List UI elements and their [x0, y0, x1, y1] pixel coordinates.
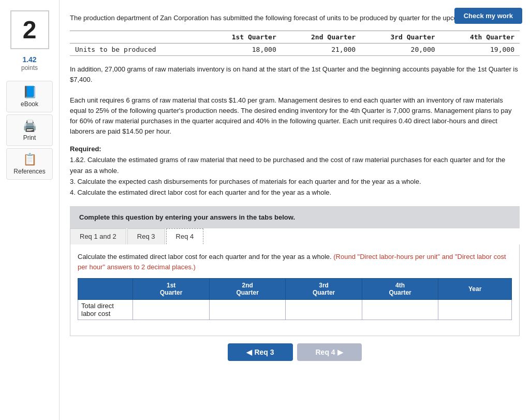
forecast-table: 1st Quarter 2nd Quarter 3rd Quarter 4th … — [70, 31, 520, 56]
col-q1: 1st Quarter — [202, 31, 281, 43]
points-value: 1.42 — [22, 55, 36, 64]
nav-forward-label: Req 4 — [316, 348, 335, 356]
labor-year-cell[interactable] — [438, 300, 512, 320]
required-item-3: 4. Calculate the estimated direct labor … — [70, 189, 331, 196]
labor-q2-cell[interactable] — [209, 300, 285, 320]
labor-row-label: Total direct labor cost — [78, 300, 133, 320]
col-q2: 2nd Quarter — [282, 31, 361, 43]
print-button[interactable]: 🖨️ Print — [6, 114, 53, 146]
labor-q4-input[interactable] — [365, 305, 435, 315]
cell-q1: 18,000 — [202, 43, 281, 55]
description-text: In addition, 27,000 grams of raw materia… — [70, 64, 520, 137]
ans-col-q4: 4th Quarter — [362, 279, 438, 300]
nav-buttons: ◀ Req 3 Req 4 ▶ — [70, 343, 520, 361]
labor-q2-input[interactable] — [213, 305, 282, 315]
tab-req1and2[interactable]: Req 1 and 2 — [70, 228, 126, 244]
col-label — [70, 31, 202, 43]
req4-instruction: Calculate the estimated direct labor cos… — [78, 252, 512, 272]
complete-box: Complete this question by entering your … — [70, 206, 520, 228]
points-label: points — [21, 64, 38, 71]
answer-row-labor: Total direct labor cost — [78, 300, 512, 320]
sidebar: 2 1.42 points 📘 eBook 🖨️ Print 📋 Referen… — [0, 0, 60, 420]
references-button[interactable]: 📋 References — [6, 148, 53, 180]
req4-instruction-main: Calculate the estimated direct labor cos… — [78, 253, 332, 260]
cell-q4: 19,000 — [440, 43, 520, 55]
req4-content: Calculate the estimated direct labor cos… — [70, 244, 520, 336]
labor-q1-input[interactable] — [136, 305, 205, 315]
nav-forward-icon: ▶ — [337, 348, 343, 356]
labor-q4-cell[interactable] — [362, 300, 438, 320]
labor-q3-cell[interactable] — [286, 300, 362, 320]
print-icon: 🖨️ — [23, 119, 37, 133]
table-row: Units to be produced 18,000 21,000 20,00… — [70, 43, 520, 55]
ebook-button[interactable]: 📘 eBook — [6, 81, 53, 112]
nav-forward-button[interactable]: Req 4 ▶ — [297, 343, 362, 361]
ans-col-q3: 3rd Quarter — [286, 279, 362, 300]
tabs-row: Req 1 and 2 Req 3 Req 4 — [70, 228, 520, 244]
cell-q3: 20,000 — [361, 43, 440, 55]
answer-table: 1st Quarter 2nd Quarter 3rd Quarter 4t — [78, 278, 512, 320]
required-section: Required: 1.&2. Calculate the estimated … — [70, 144, 520, 198]
required-item-1: 1.&2. Calculate the estimated grams of r… — [70, 156, 505, 175]
ebook-icon: 📘 — [23, 85, 37, 99]
ans-col-q2: 2nd Quarter — [209, 279, 285, 300]
required-item-2: 3. Calculate the expected cash disbursem… — [70, 178, 421, 185]
tab-req4[interactable]: Req 4 — [166, 228, 204, 244]
row-label: Units to be produced — [70, 43, 202, 55]
nav-back-label: Req 3 — [254, 348, 274, 356]
tab-req3[interactable]: Req 3 — [127, 228, 165, 244]
labor-year-input[interactable] — [441, 305, 508, 315]
col-q3: 3rd Quarter — [361, 31, 440, 43]
check-my-work-button[interactable]: Check my work — [454, 8, 522, 24]
intro-text: The production department of Zan Corpora… — [70, 13, 520, 23]
ans-col-label — [78, 279, 133, 300]
references-label: References — [13, 168, 45, 175]
required-label: Required: — [70, 145, 101, 153]
complete-box-text: Complete this question by entering your … — [79, 213, 295, 221]
labor-q1-cell[interactable] — [133, 300, 209, 320]
references-icon: 📋 — [23, 153, 37, 166]
col-q4: 4th Quarter — [440, 31, 520, 43]
ebook-label: eBook — [21, 100, 38, 108]
labor-q3-input[interactable] — [289, 305, 358, 315]
ans-col-year: Year — [438, 279, 512, 300]
question-number: 2 — [10, 10, 49, 49]
nav-back-button[interactable]: ◀ Req 3 — [228, 343, 292, 361]
main-content: Check my work The production department … — [60, 0, 530, 420]
ans-col-q1: 1st Quarter — [133, 279, 209, 300]
cell-q2: 21,000 — [282, 43, 361, 55]
nav-back-icon: ◀ — [246, 348, 252, 356]
print-label: Print — [23, 134, 36, 141]
